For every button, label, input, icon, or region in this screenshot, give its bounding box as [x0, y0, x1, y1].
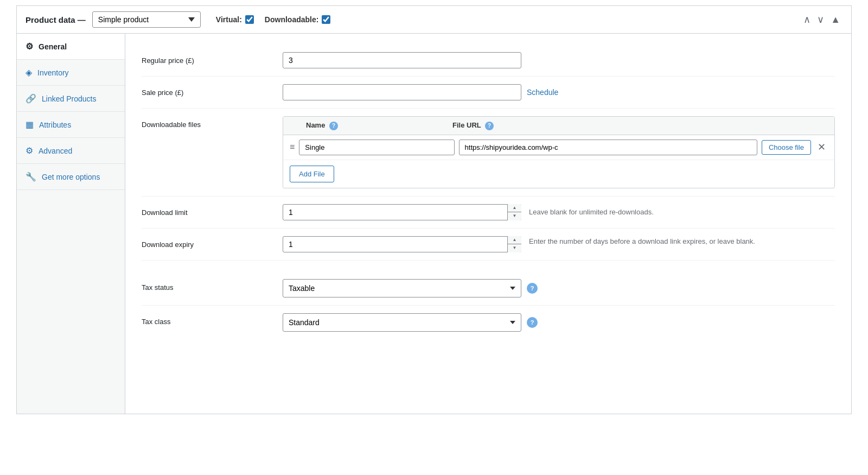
sale-price-control: Schedule	[283, 84, 835, 100]
download-expiry-row: Download expiry ▲ ▼ Enter the number of …	[142, 229, 835, 261]
dl-file-row: ≡ Choose file ✕	[283, 135, 834, 160]
download-limit-spinner: ▲ ▼	[507, 204, 521, 220]
download-limit-input-wrap: ▲ ▼	[283, 204, 521, 220]
content-area: Regular price (£) Sale price (£) Schedul…	[125, 34, 851, 414]
product-data-body: ⚙ General ◈ Inventory 🔗 Linked Products …	[17, 34, 851, 414]
tax-status-help-icon: ?	[527, 283, 538, 294]
downloadable-files-table: Name ? File URL ? ≡	[283, 116, 835, 188]
tax-class-control: Standard Reduced rate Zero rate ?	[283, 313, 835, 332]
plug-icon: 🔧	[25, 172, 36, 182]
attributes-icon: ▦	[25, 119, 34, 130]
download-expiry-hint: Enter the number of days before a downlo…	[529, 236, 835, 247]
sale-price-label: Sale price (£)	[142, 84, 283, 97]
regular-price-input[interactable]	[283, 52, 521, 68]
download-expiry-spinner: ▲ ▼	[507, 236, 521, 252]
sidebar-item-linked-products[interactable]: 🔗 Linked Products	[17, 86, 125, 112]
tax-class-help-icon: ?	[527, 317, 538, 328]
action-col-header	[745, 121, 810, 130]
downloadable-files-label: Downloadable files	[142, 116, 283, 129]
tax-status-row: Tax status Taxable Shipping only None ?	[142, 271, 835, 306]
url-col-header: File URL ?	[452, 121, 745, 130]
sale-price-input[interactable]	[283, 84, 521, 100]
remove-file-button[interactable]: ✕	[815, 141, 828, 153]
collapse-toggle-button[interactable]: ▲	[828, 12, 843, 27]
sidebar-item-label-inventory: Inventory	[37, 68, 69, 77]
sidebar-item-attributes[interactable]: ▦ Attributes	[17, 112, 125, 138]
url-col-label: File URL	[452, 121, 481, 129]
sale-price-row: Sale price (£) Schedule	[142, 77, 835, 109]
virtual-label: Virtual:	[216, 15, 242, 24]
tax-status-select[interactable]: Taxable Shipping only None	[283, 279, 521, 297]
downloadable-checkbox[interactable]	[322, 15, 330, 24]
tax-class-row: Tax class Standard Reduced rate Zero rat…	[142, 306, 835, 339]
collapse-up-button[interactable]: ∧	[801, 12, 813, 27]
sidebar-item-label-attributes: Attributes	[39, 121, 71, 129]
dl-url-input[interactable]	[459, 140, 757, 155]
schedule-link[interactable]: Schedule	[527, 88, 558, 97]
add-file-button[interactable]: Add File	[290, 166, 334, 182]
sidebar: ⚙ General ◈ Inventory 🔗 Linked Products …	[17, 34, 125, 414]
gear-icon: ⚙	[25, 41, 33, 52]
collapse-down-button[interactable]: ∨	[815, 12, 826, 27]
name-col-header: Name ?	[306, 121, 452, 130]
download-limit-row: Download limit ▲ ▼ Leave blank for unlim…	[142, 197, 835, 229]
sidebar-item-get-more-options[interactable]: 🔧 Get more options	[17, 164, 125, 190]
downloadable-files-row: Downloadable files Name ? File URL ?	[142, 109, 835, 197]
download-expiry-label: Download expiry	[142, 236, 283, 249]
tax-status-label: Tax status	[142, 279, 283, 292]
sidebar-item-advanced[interactable]: ⚙ Advanced	[17, 138, 125, 164]
product-data-panel: Product data — Simple productVariable pr…	[16, 5, 852, 414]
sidebar-item-label-get-more-options: Get more options	[42, 173, 100, 181]
download-limit-control: ▲ ▼ Leave blank for unlimited re-downloa…	[283, 204, 835, 220]
tax-class-select-wrap: Standard Reduced rate Zero rate	[283, 313, 521, 332]
remove-col-header	[810, 121, 828, 130]
download-limit-hint: Leave blank for unlimited re-downloads.	[529, 207, 835, 218]
regular-price-control	[283, 52, 835, 68]
download-limit-down[interactable]: ▼	[508, 212, 521, 220]
regular-price-row: Regular price (£)	[142, 45, 835, 77]
downloadable-files-control: Name ? File URL ? ≡	[283, 116, 835, 188]
tax-class-select[interactable]: Standard Reduced rate Zero rate	[283, 313, 521, 332]
virtual-checkbox-label: Virtual:	[216, 15, 254, 24]
download-limit-input[interactable]	[283, 204, 521, 220]
tax-class-label: Tax class	[142, 313, 283, 326]
product-data-header: Product data — Simple productVariable pr…	[17, 6, 851, 34]
dl-name-input[interactable]	[299, 140, 454, 155]
header-checkboxes: Virtual: Downloadable:	[216, 15, 331, 24]
name-help-icon: ?	[329, 122, 338, 130]
spacer	[142, 261, 835, 271]
advanced-icon: ⚙	[25, 145, 33, 156]
sidebar-item-general[interactable]: ⚙ General	[17, 34, 125, 60]
sidebar-item-label-general: General	[39, 42, 67, 51]
regular-price-label: Regular price (£)	[142, 52, 283, 65]
url-help-icon: ?	[485, 122, 494, 130]
download-expiry-up[interactable]: ▲	[508, 236, 521, 245]
sidebar-item-label-advanced: Advanced	[39, 147, 72, 155]
drag-col-header	[290, 121, 306, 130]
downloadable-checkbox-label: Downloadable:	[265, 15, 331, 24]
download-expiry-input-wrap: ▲ ▼	[283, 236, 521, 252]
link-icon: 🔗	[25, 93, 36, 104]
product-type-select[interactable]: Simple productVariable productGrouped pr…	[92, 11, 201, 28]
sidebar-item-inventory[interactable]: ◈ Inventory	[17, 60, 125, 86]
name-col-label: Name	[306, 121, 325, 129]
download-limit-label: Download limit	[142, 204, 283, 217]
choose-file-button[interactable]: Choose file	[762, 140, 811, 155]
download-expiry-down[interactable]: ▼	[508, 244, 521, 252]
drag-handle-icon[interactable]: ≡	[290, 142, 295, 152]
inventory-icon: ◈	[25, 67, 32, 78]
download-expiry-input[interactable]	[283, 236, 521, 252]
sidebar-item-label-linked-products: Linked Products	[42, 94, 96, 103]
download-limit-up[interactable]: ▲	[508, 204, 521, 213]
header-controls: ∧ ∨ ▲	[801, 12, 843, 27]
product-data-title: Product data —	[25, 15, 86, 24]
tax-status-control: Taxable Shipping only None ?	[283, 279, 835, 297]
downloadable-label: Downloadable:	[265, 15, 319, 24]
tax-status-select-wrap: Taxable Shipping only None	[283, 279, 521, 297]
dl-files-header: Name ? File URL ?	[283, 117, 834, 135]
download-expiry-control: ▲ ▼ Enter the number of days before a do…	[283, 236, 835, 252]
add-file-row: Add File	[283, 160, 834, 188]
virtual-checkbox[interactable]	[245, 15, 254, 24]
